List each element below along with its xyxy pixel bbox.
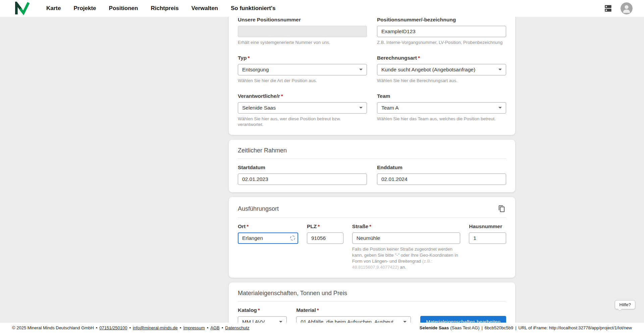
katalog-label: Katalog* (238, 307, 287, 313)
berechnungsart-label: Berechnungsart* (377, 55, 506, 61)
startdatum-input[interactable] (238, 174, 367, 185)
navbar-right (603, 2, 633, 14)
typ-select-value: Entsorgung (242, 67, 269, 73)
berechnungsart-select-value: Kunde sucht Angebot (Angebotsanfrage) (381, 67, 475, 73)
nav-item-karte[interactable]: Karte (46, 5, 61, 12)
plz-input[interactable] (307, 232, 343, 244)
page-content: Unsere Positionsnummer Erhält eine syste… (0, 0, 644, 333)
hausnummer-input[interactable] (469, 232, 506, 244)
impressum-link[interactable]: Impressum (183, 325, 205, 330)
divider (238, 217, 506, 218)
strasse-label: Straße* (352, 223, 460, 229)
team-helper: Wählen Sie hier das Team aus, welches di… (377, 116, 506, 122)
card-ausfuehrungsort: Ausführungsort Ort* (229, 197, 515, 277)
footer-user-name: Selenide Saas (420, 325, 449, 330)
nav-item-positionen[interactable]: Positionen (109, 5, 138, 12)
verantwortlich-label: Verantwortliche/r* (238, 93, 367, 99)
nav-item-projekte[interactable]: Projekte (73, 5, 96, 12)
divider (238, 158, 506, 159)
help-label: Hilfe? (619, 302, 631, 307)
field-typ: Typ* Entsorgung Wählen Sie hier die Art … (238, 55, 367, 84)
strasse-helper: Falls die Position keiner Straße zugeord… (352, 246, 460, 270)
page-footer: © 2025 Mineral Minds Deutschland GmbH • … (0, 323, 644, 333)
user-avatar[interactable] (621, 2, 633, 14)
position-number-helper: Z.B. Interne-Vorgangsnummer, LV-Position… (377, 40, 506, 46)
required-asterisk: * (281, 93, 283, 99)
typ-helper: Wählen Sie hier die Art der Position aus… (238, 78, 367, 84)
team-select[interactable]: Team A (377, 102, 506, 114)
card-reader-button[interactable] (603, 4, 613, 13)
typ-label: Typ* (238, 55, 367, 61)
material-label: Material* (296, 307, 411, 313)
field-position-number: Positionsnummer/-bezeichnung Z.B. Intern… (377, 17, 506, 46)
app-logo[interactable] (15, 2, 30, 15)
our-position-number-label: Unsere Positionsnummer (238, 17, 367, 23)
required-asterisk: * (369, 223, 371, 229)
help-button[interactable]: Hilfe? (615, 300, 635, 309)
phone-link[interactable]: 07151/250100 (99, 325, 127, 330)
footer-iframe-url: URL of iFrame: http://localhost:32778/ap… (519, 325, 632, 330)
field-berechnungsart: Berechnungsart* Kunde sucht Angebot (Ang… (377, 55, 506, 84)
field-hausnummer: Hausnummer (469, 223, 506, 270)
berechnungsart-helper: Wählen Sie hier die Berechnungsart aus. (377, 78, 506, 84)
separator-pipe: | (481, 325, 482, 330)
field-enddatum: Enddatum (377, 164, 506, 185)
field-ort: Ort* (238, 223, 298, 270)
person-icon (621, 2, 633, 14)
startdatum-label: Startdatum (238, 164, 367, 171)
verantwortlich-helper: Wählen Sie hier aus, wer diese Position … (238, 116, 367, 128)
field-plz: PLZ* (307, 223, 343, 270)
field-verantwortlich: Verantwortliche/r* Selenide Saas Wählen … (238, 93, 367, 128)
footer-left: © 2025 Mineral Minds Deutschland GmbH • … (12, 325, 250, 330)
verantwortlich-select-value: Selenide Saas (242, 105, 276, 111)
section-title-material: Materialeigenschaften, Tonnen und Preis (238, 290, 506, 297)
required-asterisk: * (317, 307, 319, 313)
field-our-position-number: Unsere Positionsnummer Erhält eine syste… (238, 17, 367, 46)
agb-link[interactable]: AGB (210, 325, 219, 330)
required-asterisk: * (318, 223, 320, 229)
verantwortlich-select[interactable]: Selenide Saas (238, 102, 367, 114)
nav-item-richtpreis[interactable]: Richtpreis (151, 5, 178, 12)
chevron-down-icon (359, 107, 363, 109)
required-asterisk: * (248, 55, 250, 61)
top-navbar: Karte Projekte Positionen Richtpreis Ver… (0, 0, 644, 17)
section-title-ort: Ausführungsort (238, 205, 279, 212)
typ-select[interactable]: Entsorgung (238, 64, 367, 75)
divider (238, 301, 506, 302)
separator-dot: • (222, 325, 223, 330)
ort-input[interactable] (238, 232, 298, 244)
plz-label: PLZ* (307, 223, 343, 229)
enddatum-input[interactable] (377, 174, 506, 185)
nav-item-verwalten[interactable]: Verwalten (192, 5, 218, 12)
separator-dot: • (207, 325, 209, 330)
separator-dot: • (96, 325, 98, 330)
footer-right: Selenide Saas (Saas Test AG) | 6bcb520bc… (420, 325, 632, 330)
position-number-label: Positionsnummer/-bezeichnung (377, 17, 506, 23)
separator-dot: • (129, 325, 131, 330)
email-link[interactable]: info@mineral-minds.de (133, 325, 178, 330)
copyright-text: © 2025 Mineral Minds Deutschland GmbH (12, 325, 94, 330)
card-basic-data: Unsere Positionsnummer Erhält eine syste… (229, 9, 515, 135)
field-startdatum: Startdatum (238, 164, 367, 185)
required-asterisk: * (258, 307, 260, 313)
field-strasse: Straße* Falls die Position keiner Straße… (352, 223, 460, 270)
copy-button[interactable] (497, 204, 506, 213)
logo-icon (15, 2, 30, 15)
nav-item-so-funktionierts[interactable]: So funktioniert's (231, 5, 275, 12)
form-container: Unsere Positionsnummer Erhält eine syste… (229, 9, 515, 333)
team-select-value: Team A (381, 105, 399, 111)
chevron-down-icon (359, 69, 363, 70)
separator-dot: • (180, 325, 181, 330)
required-asterisk: * (418, 55, 420, 61)
footer-session-id: 6bcb520bc5b9 (485, 325, 513, 330)
datenschutz-link[interactable]: Datenschutz (225, 325, 249, 330)
footer-company: (Saas Test AG) (450, 325, 479, 330)
chevron-down-icon (498, 69, 502, 70)
strasse-input[interactable] (352, 232, 460, 244)
position-number-input[interactable] (377, 26, 506, 37)
berechnungsart-select[interactable]: Kunde sucht Angebot (Angebotsanfrage) (377, 64, 506, 75)
copy-icon (498, 205, 505, 212)
card-zeitlicher-rahmen: Zeitlicher Rahmen Startdatum Enddatum (229, 140, 515, 192)
our-position-number-helper: Erhält eine systemgenerierte Nummer von … (238, 40, 367, 46)
card-reader-icon (603, 4, 613, 13)
